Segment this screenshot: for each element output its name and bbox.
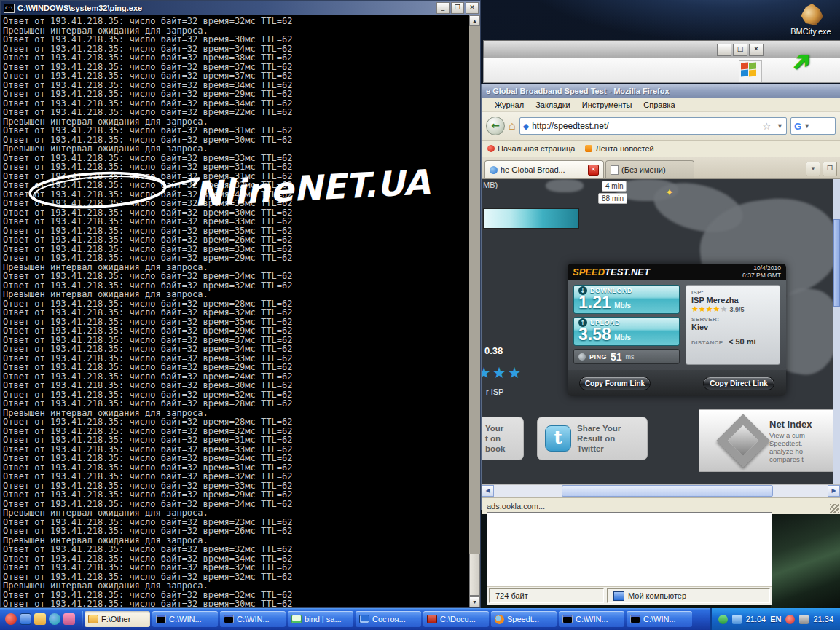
search-dropdown-icon[interactable]: ▼ xyxy=(804,122,810,130)
ping-reply-line: Ответ от 193.41.218.35: число байт=32 вр… xyxy=(3,235,469,245)
net-icon xyxy=(359,615,369,623)
bookmark-star-icon[interactable]: ☆ xyxy=(762,121,771,132)
cmd-icon xyxy=(156,615,166,623)
task-label: C:\WIN... xyxy=(643,615,676,623)
share-twitter-button[interactable]: t Share YourResult onTwitter xyxy=(537,417,648,460)
desktop-icon-bmcity[interactable]: BMCity.exe xyxy=(787,4,835,36)
eta-small-chip: 4 min xyxy=(602,181,627,192)
vertical-scrollbar[interactable] xyxy=(833,179,840,484)
bmcity-label: BMCity.exe xyxy=(787,27,835,36)
minimize-button[interactable]: _ xyxy=(436,2,450,14)
taskbar-task[interactable]: Speedt... xyxy=(491,611,557,627)
address-bar[interactable]: ◆ http://speedtest.net/ ☆ ▼ xyxy=(519,117,787,135)
map-marker-icon: ✦ xyxy=(665,186,674,198)
tab-list-button[interactable]: ▾ xyxy=(806,162,820,176)
copy-forum-link-button[interactable]: Copy Forum Link xyxy=(579,377,651,390)
quick-launch-icon-5[interactable] xyxy=(63,613,75,625)
bookmark-item[interactable]: Начальная страница xyxy=(487,144,575,153)
close-button[interactable]: ✕ xyxy=(466,2,479,14)
quick-launch-icon-3[interactable] xyxy=(34,613,46,625)
scroll-left-arrow[interactable]: ◀ xyxy=(482,485,494,497)
upload-value: 3.58 xyxy=(578,325,611,344)
minimize-button[interactable]: _ xyxy=(717,44,731,56)
taskbar-task[interactable]: C:\WIN... xyxy=(220,611,286,627)
taskbar-task[interactable]: C:\WIN... xyxy=(559,611,624,627)
tray-volume-icon[interactable] xyxy=(799,615,809,624)
tab-untitled[interactable]: (Без имени) xyxy=(605,160,694,178)
tray-network-icon[interactable] xyxy=(732,615,742,624)
quick-launch-icon-2[interactable] xyxy=(20,613,31,625)
taskbar-task[interactable]: C:\WIN... xyxy=(152,611,218,627)
google-icon: G xyxy=(794,121,801,132)
scroll-right-arrow[interactable]: ▶ xyxy=(828,485,840,497)
server-value: Kiev xyxy=(691,323,774,331)
tab-favicon xyxy=(490,166,498,174)
scrollbar-thumb[interactable] xyxy=(833,219,840,307)
ping-value: 51 xyxy=(611,351,622,363)
new-tab-button[interactable]: ❐ xyxy=(823,162,837,176)
quick-launch-icon-1[interactable] xyxy=(5,613,17,625)
resize-grip[interactable] xyxy=(830,504,839,513)
reddoc-icon xyxy=(427,615,437,623)
netindex-text-line: Speedtest. xyxy=(769,439,812,447)
map-landmass xyxy=(546,179,584,192)
isp-rating: ★★★★★ 3.9/5 xyxy=(691,304,774,313)
ping-reply-line: Ответ от 193.41.218.35: число байт=32 вр… xyxy=(3,399,469,409)
share-facebook-button[interactable]: Yourt onbook xyxy=(482,417,524,460)
taskbar-task[interactable]: Состоя... xyxy=(356,611,421,627)
menu-item[interactable]: Журнал xyxy=(489,101,530,109)
tray-alert-icon[interactable] xyxy=(785,615,795,624)
tab-label: (Без имени) xyxy=(621,165,689,174)
taskbar-task[interactable]: C:\WIN... xyxy=(627,611,692,627)
scrollbar-thumb[interactable] xyxy=(469,554,480,596)
quick-launch-icon-4[interactable] xyxy=(49,613,60,625)
copy-direct-link-button[interactable]: Copy Direct Link xyxy=(703,377,774,390)
close-button[interactable]: ✕ xyxy=(749,44,764,56)
ping-reply-line: Ответ от 193.41.218.35: число байт=32 вр… xyxy=(3,71,469,81)
tab-close-button[interactable]: ✕ xyxy=(588,165,599,176)
task-label: C:\WIN... xyxy=(576,615,608,623)
cmd-scrollbar[interactable]: ▲ ▼ xyxy=(469,15,480,607)
tab-page-icon xyxy=(611,165,619,175)
menu-item[interactable]: Инструменты xyxy=(576,101,638,109)
home-icon[interactable]: ⌂ xyxy=(509,117,516,135)
task-label: F:\Other xyxy=(101,615,130,623)
ping-reply-line: Ответ от 193.41.218.35: число байт=32 вр… xyxy=(3,545,469,554)
horizontal-scrollbar[interactable]: ◀ ▶ xyxy=(482,484,840,497)
tab-speedtest[interactable]: he Global Broad...✕ xyxy=(484,160,604,178)
file-size-cell: 724 байт xyxy=(489,588,604,603)
ping-reply-line: Ответ от 193.41.218.35: число байт=32 вр… xyxy=(3,308,469,318)
page-content: MB) 4 min 88 min ✦ 0.38 ★★★ r ISP SPEEDT… xyxy=(482,179,840,484)
bookmark-item[interactable]: Лента новостей xyxy=(585,144,653,153)
cmd-titlebar[interactable]: C:\ C:\WINDOWS\system32\ping.exe _ ❐ ✕ xyxy=(1,1,480,15)
firefox-titlebar[interactable]: e Global Broadband Speed Test - Mozilla … xyxy=(482,84,840,98)
distance-value: < 50 mi xyxy=(729,337,756,346)
scrollbar-thumb[interactable] xyxy=(562,485,773,497)
taskbar-task[interactable]: bind | sa... xyxy=(288,611,353,627)
restore-button[interactable]: ❐ xyxy=(451,2,464,14)
netindex-panel[interactable]: Net Index View a cumSpeedtest.analyze ho… xyxy=(699,409,840,472)
language-indicator[interactable]: EN xyxy=(770,615,781,623)
back-button[interactable]: ← xyxy=(486,117,505,135)
scroll-down-arrow[interactable]: ▼ xyxy=(469,596,480,607)
taskbar-task[interactable]: C:\Docu... xyxy=(423,611,489,627)
search-input[interactable]: G ▼ xyxy=(790,117,836,135)
tray-shield-icon[interactable] xyxy=(718,615,728,624)
menu-item[interactable]: Справка xyxy=(637,101,680,109)
maximize-button[interactable]: □ xyxy=(733,44,747,56)
ping-reply-line: Ответ от 193.41.218.35: число байт=32 вр… xyxy=(3,363,469,372)
ping-reply-line: Ответ от 193.41.218.35: число байт=32 вр… xyxy=(3,17,469,26)
url-text[interactable]: http://speedtest.net/ xyxy=(532,121,759,131)
download-dialog: 724 байт Мой компьютер xyxy=(487,512,772,605)
url-dropdown-icon[interactable]: ▼ xyxy=(774,122,783,130)
menu-item[interactable]: Закладки xyxy=(530,101,576,109)
download-progress-bar xyxy=(483,208,579,229)
windows-logo-icon xyxy=(739,60,762,82)
tab-label: he Global Broad... xyxy=(501,165,585,174)
site-favicon: ◆ xyxy=(523,122,529,131)
taskbar-task[interactable]: F:\Other xyxy=(85,611,150,627)
taskbar: F:\OtherC:\WIN...C:\WIN...bind | sa...Со… xyxy=(0,608,840,630)
system-tray: 21:04 EN 21:34 xyxy=(710,608,840,630)
task-label: bind | sa... xyxy=(305,615,342,623)
scroll-up-arrow[interactable]: ▲ xyxy=(469,15,480,26)
